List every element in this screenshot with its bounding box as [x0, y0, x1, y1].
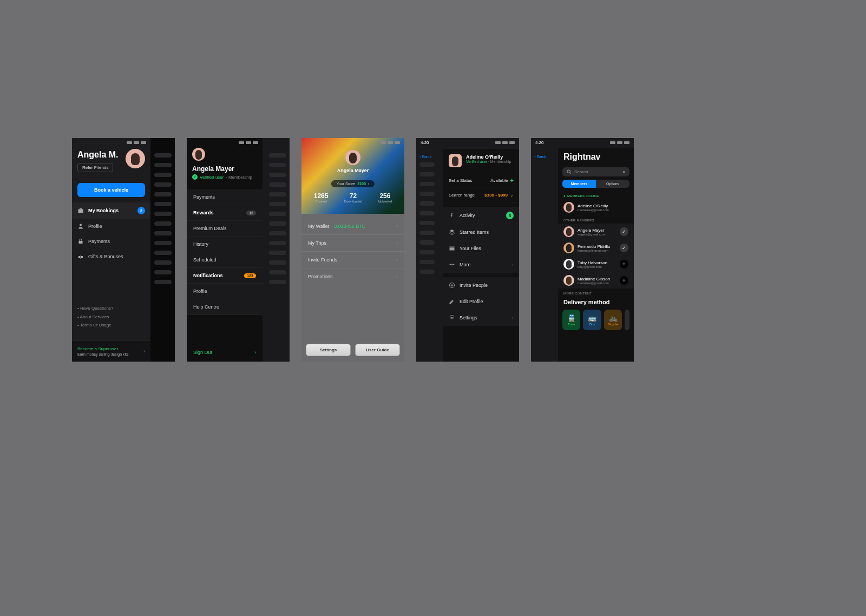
menu-item-wallet[interactable]: My Wallet· 0.023456 BTC› — [301, 218, 404, 235]
chip-more[interactable] — [625, 310, 629, 330]
user-name: Angela Mayer — [192, 165, 257, 173]
menu-item-notifications[interactable]: Notifications123 — [187, 268, 263, 284]
avatar — [563, 243, 574, 253]
score-value: 2100 — [357, 182, 366, 186]
menu-item-deals[interactable]: Premium Deals — [187, 221, 263, 237]
avatar[interactable] — [126, 149, 145, 168]
svg-rect-0 — [78, 209, 83, 213]
profile-menu: My Wallet· 0.023456 BTC› My Trips› Invit… — [301, 218, 404, 285]
page-title: Rightnav — [558, 150, 634, 164]
menu-item-payments[interactable]: Payments — [187, 189, 263, 205]
avatar[interactable] — [449, 154, 462, 167]
member-row[interactable]: Toby Halvorsontoby@gmail.com + — [558, 256, 634, 272]
segment-members[interactable]: Members — [562, 180, 596, 188]
sidebar: Angela M. Refer Friends Book a vehicle M… — [72, 138, 150, 362]
plus-icon: + — [510, 177, 514, 184]
bus-icon: 🚌 — [588, 314, 596, 322]
mic-icon[interactable]: ● — [622, 169, 625, 174]
member-row[interactable]: Angela Mayerangela@gmail.com ✓ — [558, 224, 634, 240]
check-icon[interactable]: ✓ — [620, 244, 628, 252]
book-vehicle-button[interactable]: Book a vehicle — [77, 183, 145, 197]
score-label: Your Score — [337, 182, 355, 186]
sidebar-header: Adeline O'Reilly Verified user · Members… — [443, 149, 519, 173]
svg-rect-1 — [80, 208, 82, 209]
menu-item-trips[interactable]: My Trips› — [301, 235, 404, 252]
member-row[interactable]: Madaline Gibsonmadaline@gmail.com + — [558, 272, 634, 289]
menu-section-1: Activity3 Starred Items Your Files ••• M… — [443, 207, 519, 273]
avatar — [563, 275, 574, 286]
link-questions[interactable]: • Have Questions? — [77, 304, 113, 312]
check-icon[interactable]: ✓ — [620, 227, 628, 236]
chevron-right-icon: › — [396, 224, 398, 229]
menu-section-2: Invite People Edit Profile Settings› — [443, 277, 519, 326]
member-row[interactable]: Adeline O'Reillymadaline@gmail.com — [558, 199, 634, 215]
chip-bicycle[interactable]: 🚲Bicycle — [604, 310, 622, 330]
screen-rightnav: 4:20 ‹ Back Rightnav Search ● Members Op… — [531, 138, 634, 362]
right-panel: Rightnav Search ● Members Options MEMBER… — [558, 148, 634, 362]
search-input[interactable]: Search ● — [562, 167, 629, 176]
link-terms[interactable]: • Terms Of Usage — [77, 321, 113, 329]
menu-item-edit-profile[interactable]: Edit Profile — [443, 293, 519, 310]
header-online: MEMBERS ONLINE — [558, 191, 634, 199]
menu-item-profile[interactable]: Profile — [72, 219, 150, 234]
background-skeleton — [154, 153, 172, 284]
menu-item-profile[interactable]: Profile — [187, 284, 263, 299]
status-row[interactable]: Set a Status Available+ — [443, 173, 519, 188]
sign-out-button[interactable]: Sign Out› — [193, 350, 256, 355]
sidebar-header: Angela M. Refer Friends — [72, 138, 150, 178]
back-button[interactable]: ‹Back — [419, 154, 431, 159]
plus-icon[interactable]: + — [620, 276, 628, 285]
bottom-buttons: Settings User Guide — [306, 344, 400, 356]
menu-item-activity[interactable]: Activity3 — [443, 207, 519, 224]
score-pill[interactable]: Your Score 2100 › — [331, 180, 375, 187]
avatar[interactable] — [345, 150, 360, 165]
menu-item-rewards[interactable]: Rewards12 — [187, 205, 263, 221]
layers-icon — [449, 229, 455, 235]
back-button[interactable]: ‹ Back — [534, 154, 547, 159]
chevron-right-icon: › — [512, 315, 514, 320]
menu-item-bookings[interactable]: My Bookings 2 — [72, 202, 150, 219]
status-time: 4:20 — [535, 140, 544, 145]
menu-item-promotions[interactable]: Promotions› — [301, 268, 404, 285]
menu-item-files[interactable]: Your Files — [443, 240, 519, 257]
menu-item-invite[interactable]: Invite People — [443, 277, 519, 293]
wallet-amount: · 0.023456 BTC — [331, 224, 365, 229]
background-skeleton — [269, 153, 286, 284]
more-icon: ••• — [449, 261, 455, 268]
status-bar-icons — [239, 141, 258, 144]
svg-rect-5 — [81, 256, 83, 258]
plus-icon[interactable]: + — [620, 260, 628, 268]
menu-item-starred[interactable]: Starred Items — [443, 224, 519, 240]
menu-item-invite[interactable]: Invite Friends› — [301, 252, 404, 268]
link-services[interactable]: • About Services — [77, 313, 113, 321]
search-placeholder: Search — [574, 169, 588, 174]
avatar[interactable] — [192, 148, 205, 161]
chevron-right-icon: › — [143, 349, 145, 354]
menu-item-more[interactable]: ••• More› — [443, 257, 519, 273]
segment-options[interactable]: Options — [596, 180, 629, 188]
settings-button[interactable]: Settings — [306, 344, 351, 356]
chevron-right-icon: › — [396, 240, 398, 246]
menu-item-payments[interactable]: Payments — [72, 234, 150, 249]
menu-item-history[interactable]: History — [187, 237, 263, 252]
menu-item-gifts[interactable]: Gifts & Bonuses — [72, 249, 150, 264]
menu-item-help[interactable]: Help Centre — [187, 299, 263, 315]
chip-train[interactable]: 🚆Train — [562, 310, 580, 330]
user-name: Angela Mayer — [301, 168, 404, 173]
svg-rect-9 — [450, 248, 455, 251]
status-value: Available — [490, 178, 508, 183]
folder-icon — [449, 245, 455, 252]
menu-item-settings[interactable]: Settings› — [443, 310, 519, 326]
verified-check-icon: ✓ — [192, 174, 198, 180]
cta-title: Become a Superuser — [77, 346, 145, 351]
member-row[interactable]: Fernando Pidriliofernando@gmail.com ✓ — [558, 240, 634, 256]
superuser-cta[interactable]: Become a Superuser Earn money selling de… — [72, 340, 150, 362]
refer-friends-button[interactable]: Refer Friends — [77, 163, 113, 172]
stat-created: 1265Created — [314, 192, 329, 203]
delivery-chips: 🚆Train 🚌Bus 🚲Bicycle — [558, 307, 634, 332]
range-row[interactable]: Search range $100 - $999⌄ — [443, 188, 519, 202]
chip-bus[interactable]: 🚌Bus — [583, 310, 601, 330]
user-guide-button[interactable]: User Guide — [355, 344, 400, 356]
menu-item-scheduled[interactable]: Scheduled — [187, 252, 263, 268]
chevron-right-icon: › — [254, 350, 256, 355]
